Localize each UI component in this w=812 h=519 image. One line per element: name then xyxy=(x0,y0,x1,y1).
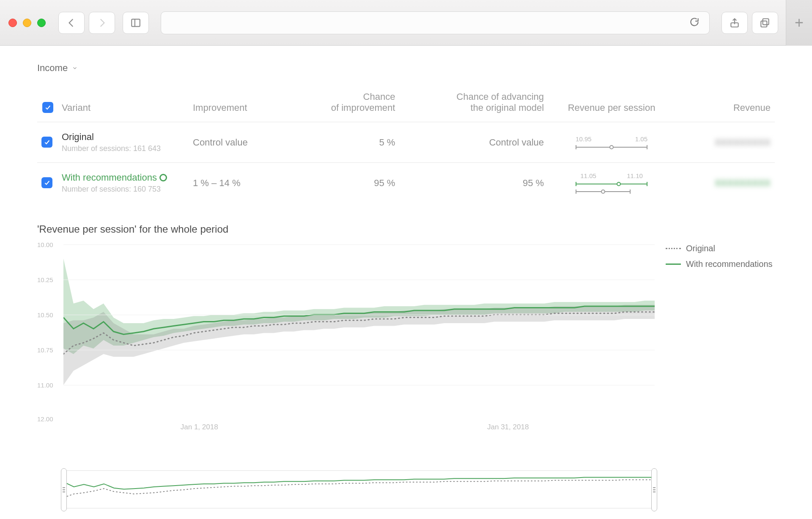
metric-selector[interactable]: Income xyxy=(37,63,78,74)
chance-advance-value: Control value xyxy=(399,122,548,163)
svg-rect-4 xyxy=(761,21,767,27)
variant-checkbox[interactable] xyxy=(41,177,52,188)
variant-name: With recommendations xyxy=(62,172,167,183)
dotted-line-icon xyxy=(666,248,681,249)
variant-name: Original xyxy=(62,132,184,143)
tabs-button[interactable] xyxy=(752,12,778,34)
revenue-value: XXXXXXXXX xyxy=(715,178,771,188)
fullscreen-window-button[interactable] xyxy=(37,19,46,27)
chart-plot-area xyxy=(63,241,655,402)
improvement-value: Control value xyxy=(189,122,287,163)
forward-button[interactable] xyxy=(89,12,115,34)
back-button[interactable] xyxy=(58,12,85,34)
chart-title: 'Revenue per session' for the whole peri… xyxy=(37,223,775,235)
variant-checkbox[interactable] xyxy=(41,137,52,148)
y-tick: 10.00 xyxy=(37,241,53,248)
col-revenue: Revenue xyxy=(675,85,775,122)
winner-badge-icon xyxy=(159,174,167,181)
legend-item-original[interactable]: Original xyxy=(666,244,773,253)
overview-plot xyxy=(64,471,654,509)
variant-row-original: Original Number of sessions: 161 643 Con… xyxy=(37,122,775,163)
metric-selector-label: Income xyxy=(37,63,68,74)
brush-handle-left[interactable] xyxy=(61,468,67,511)
svg-rect-0 xyxy=(132,19,140,26)
col-rps: Revenue per session xyxy=(548,85,675,122)
chevron-down-icon xyxy=(72,65,78,71)
chart-brush[interactable] xyxy=(63,470,655,508)
col-variant: Variant xyxy=(58,85,189,122)
close-window-button[interactable] xyxy=(8,19,17,27)
y-tick: 11.00 xyxy=(37,382,53,389)
select-all-checkbox[interactable] xyxy=(42,102,53,113)
variant-sessions: Number of sessions: 161 643 xyxy=(62,144,184,153)
col-chance-improvement: Chanceof improvement xyxy=(287,85,399,122)
chance-improve-value: 95 % xyxy=(287,163,399,203)
browser-toolbar: + xyxy=(0,0,812,46)
col-chance-advancing: Chance of advancingthe original model xyxy=(399,85,548,122)
share-button[interactable] xyxy=(721,12,748,34)
minimize-window-button[interactable] xyxy=(23,19,31,27)
y-tick: 12.00 xyxy=(37,415,53,423)
x-tick: Jan 1, 2018 xyxy=(181,423,218,431)
x-tick: Jan 31, 2018 xyxy=(487,423,529,431)
new-tab-button[interactable]: + xyxy=(786,0,812,46)
chart-legend: Original With recommendations xyxy=(666,241,773,440)
sidebar-button[interactable] xyxy=(123,12,149,34)
y-tick: 10.50 xyxy=(37,311,53,319)
rps-chart[interactable]: Jan 1, 2018 Jan 31, 2018 10.0010.2510.50… xyxy=(37,241,655,440)
brush-handle-right[interactable] xyxy=(651,468,657,511)
variants-table: Variant Improvement Chanceof improvement… xyxy=(37,85,775,203)
col-improvement: Improvement xyxy=(189,85,287,122)
reload-icon[interactable] xyxy=(689,16,700,29)
y-tick: 10.25 xyxy=(37,276,53,283)
address-bar[interactable] xyxy=(161,11,710,34)
solid-line-icon xyxy=(666,264,681,265)
page-content: Income Variant Improvement Chanceof impr… xyxy=(0,46,812,465)
legend-item-recommendations[interactable]: With recommendations xyxy=(666,259,773,269)
variant-row-recommendations: With recommendations Number of sessions:… xyxy=(37,163,775,203)
y-tick: 10.75 xyxy=(37,346,53,354)
svg-rect-3 xyxy=(763,19,769,25)
rps-interval: 10.951.05 xyxy=(552,135,671,149)
window-controls xyxy=(8,19,46,27)
revenue-value: XXXXXXXXX xyxy=(715,137,771,148)
chance-advance-value: 95 % xyxy=(399,163,548,203)
variant-sessions: Number of sessions: 160 753 xyxy=(62,185,184,194)
rps-interval: 11.0511.10 xyxy=(552,172,671,194)
improvement-value: 1 % – 14 % xyxy=(189,163,287,203)
chance-improve-value: 5 % xyxy=(287,122,399,163)
